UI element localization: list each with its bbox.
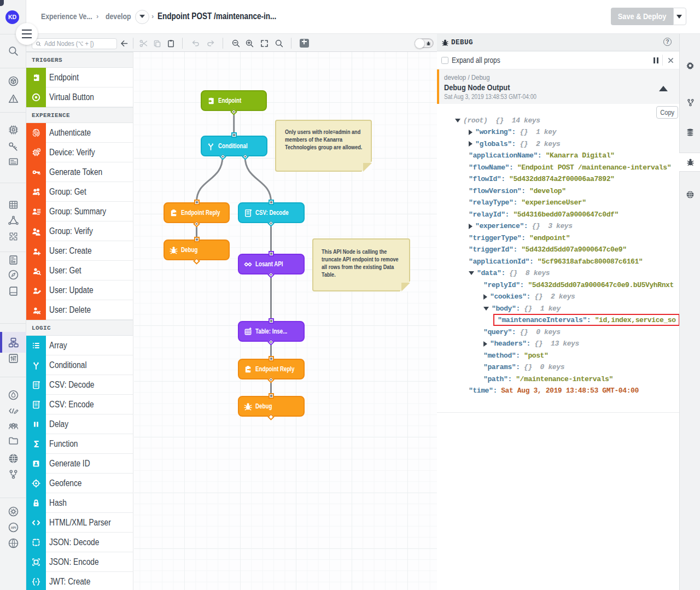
svg-text:API: API <box>10 525 16 529</box>
